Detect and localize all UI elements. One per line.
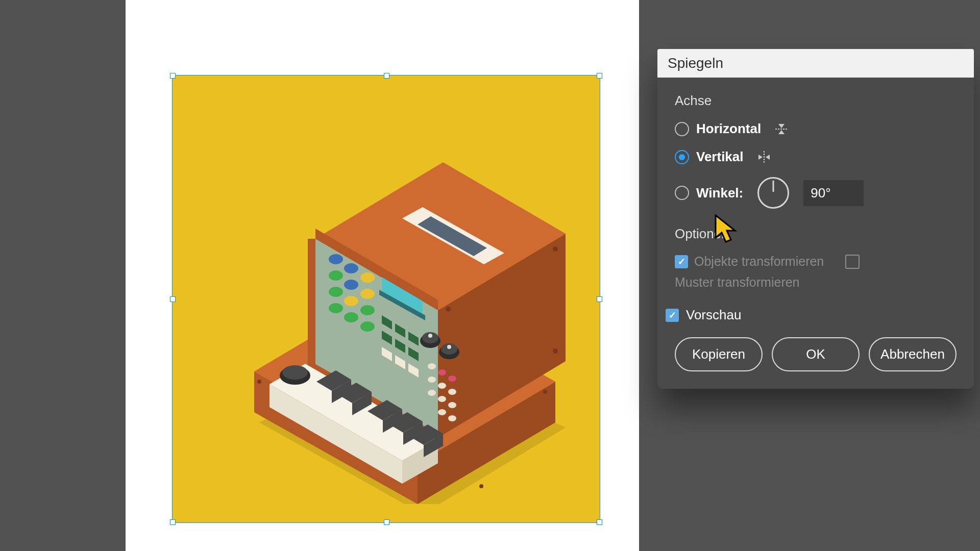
radio-row-horizontal[interactable]: Horizontal: [675, 121, 957, 137]
angle-dial-icon[interactable]: [757, 177, 789, 209]
svg-point-50: [448, 375, 456, 382]
selection-handle[interactable]: [597, 296, 602, 302]
cancel-button[interactable]: Abbrechen: [869, 337, 957, 371]
radio-horizontal-label: Horizontal: [696, 121, 761, 137]
selection-handle[interactable]: [170, 296, 176, 302]
svg-point-20: [344, 263, 358, 273]
svg-marker-75: [778, 124, 785, 128]
radio-vertical[interactable]: [675, 150, 689, 164]
selection-handle[interactable]: [597, 73, 602, 79]
checkbox-preview[interactable]: [666, 309, 679, 322]
svg-point-26: [344, 312, 358, 322]
svg-point-19: [329, 254, 343, 264]
svg-point-52: [438, 383, 446, 389]
svg-marker-79: [766, 155, 770, 160]
svg-marker-7: [308, 239, 315, 371]
svg-point-17: [543, 390, 547, 394]
radio-horizontal[interactable]: [675, 122, 689, 136]
horizontal-flip-icon: [774, 122, 789, 136]
svg-point-27: [360, 272, 375, 283]
svg-point-54: [428, 390, 436, 396]
selection-handle[interactable]: [170, 519, 176, 525]
vertical-flip-icon: [757, 150, 771, 164]
checkbox-transform-patterns[interactable]: [845, 255, 860, 269]
svg-point-47: [447, 345, 451, 349]
svg-point-28: [360, 289, 375, 299]
svg-marker-78: [758, 155, 763, 160]
transform-patterns-label: Muster transformieren: [675, 275, 800, 290]
svg-point-15: [257, 380, 261, 384]
workspace-background: Spiegeln Achse Horizontal Vertikal: [0, 0, 980, 551]
svg-point-48: [428, 363, 436, 369]
copy-button[interactable]: Kopieren: [675, 337, 763, 371]
svg-point-24: [344, 296, 358, 306]
radio-vertical-label: Vertikal: [696, 149, 744, 165]
svg-point-63: [282, 365, 308, 380]
svg-marker-76: [778, 130, 785, 134]
preview-label: Vorschau: [686, 307, 741, 323]
selected-artwork[interactable]: [173, 76, 600, 522]
dialog-title: Spiegeln: [657, 49, 974, 78]
options-section-label: Optionen: [675, 226, 957, 242]
radio-angle[interactable]: [675, 186, 689, 200]
svg-point-21: [329, 270, 343, 281]
preview-row[interactable]: Vorschau: [666, 307, 957, 323]
svg-point-49: [438, 369, 446, 375]
svg-point-58: [448, 415, 456, 421]
svg-point-51: [428, 377, 436, 383]
selection-handle[interactable]: [384, 519, 389, 525]
selection-handle[interactable]: [170, 73, 176, 79]
ok-button[interactable]: OK: [772, 337, 860, 371]
radio-row-angle[interactable]: Winkel:: [675, 177, 957, 209]
svg-point-25: [329, 303, 343, 313]
svg-point-30: [360, 321, 375, 332]
svg-point-44: [428, 334, 432, 338]
svg-point-57: [438, 409, 446, 415]
svg-point-55: [438, 396, 446, 402]
svg-point-22: [344, 280, 358, 290]
svg-point-23: [329, 287, 343, 297]
reflect-dialog: Spiegeln Achse Horizontal Vertikal: [657, 49, 974, 389]
svg-point-14: [446, 307, 451, 312]
angle-input[interactable]: [803, 180, 864, 206]
svg-point-12: [553, 246, 558, 252]
checkbox-transform-objects[interactable]: [675, 255, 688, 268]
svg-point-53: [448, 389, 456, 395]
svg-point-13: [553, 348, 558, 354]
transform-objects-label: Objekte transformieren: [694, 254, 824, 269]
svg-point-18: [479, 484, 483, 488]
radio-row-vertical[interactable]: Vertikal: [675, 149, 957, 165]
selection-handle[interactable]: [597, 519, 602, 525]
synthesizer-illustration: [198, 96, 571, 504]
axis-section-label: Achse: [675, 93, 957, 109]
svg-point-29: [360, 305, 375, 315]
radio-angle-label: Winkel:: [696, 185, 743, 201]
svg-point-56: [448, 402, 456, 408]
selection-handle[interactable]: [384, 73, 389, 79]
